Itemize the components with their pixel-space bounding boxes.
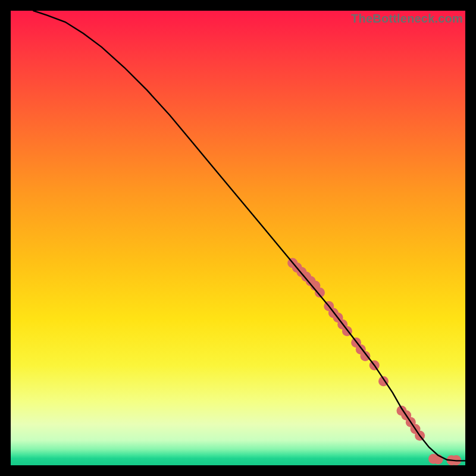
chart-background [11,11,465,465]
chart-svg [11,11,465,465]
watermark-text: TheBottleneck.com [351,12,463,26]
chart-frame: TheBottleneck.com [11,11,465,465]
